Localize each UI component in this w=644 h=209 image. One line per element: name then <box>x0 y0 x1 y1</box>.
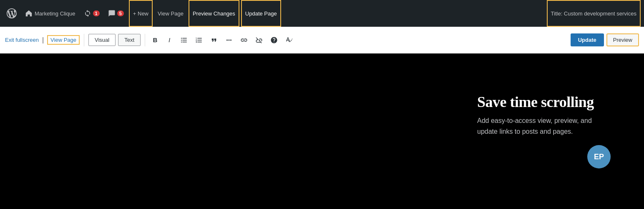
help-icon <box>270 36 278 44</box>
bullet-list-button[interactable] <box>178 34 190 46</box>
visual-tab[interactable]: Visual <box>88 34 116 46</box>
exit-fullscreen-link[interactable]: Exit fullscreen <box>5 37 39 43</box>
italic-button[interactable]: I <box>164 34 175 46</box>
blockquote-button[interactable] <box>208 34 220 46</box>
admin-bar: Marketing Clique 1 5 + New View Page Pre… <box>0 0 644 27</box>
preview-changes-item[interactable]: Preview Changes <box>189 0 239 27</box>
page-title-item: Title: Custom development services <box>547 0 641 27</box>
admin-bar-view-page-label: View Page <box>158 10 184 17</box>
avatar: EP <box>587 145 611 168</box>
editor-view-page-link[interactable]: View Page <box>47 35 80 45</box>
toolbar-divider-1 <box>84 34 84 46</box>
help-button[interactable] <box>268 34 280 46</box>
editor-toolbar: Exit fullscreen | View Page Visual Text … <box>0 27 644 54</box>
bold-icon: B <box>153 36 158 43</box>
toolbar-divider-2 <box>145 34 145 46</box>
text-tab[interactable]: Text <box>118 34 141 46</box>
updates-badge: 1 <box>84 10 100 17</box>
unlink-icon <box>255 36 263 44</box>
updates-item[interactable]: 1 <box>80 0 103 27</box>
spellcheck-icon <box>285 36 293 44</box>
comments-count: 5 <box>117 10 124 16</box>
main-content: Save time scrolling Add easy-to-access v… <box>0 54 644 209</box>
format-icon <box>225 36 233 44</box>
bullet-list-icon <box>180 36 188 44</box>
admin-bar-view-page[interactable]: View Page <box>154 0 187 27</box>
updates-count: 1 <box>93 10 100 16</box>
tooltip-heading: Save time scrolling <box>477 94 594 111</box>
update-button[interactable]: Update <box>571 33 604 46</box>
wp-logo[interactable] <box>3 5 20 22</box>
page-title-label: Title: Custom development services <box>551 10 636 17</box>
tooltip-card: Save time scrolling Add easy-to-access v… <box>477 94 611 169</box>
preview-button[interactable]: Preview <box>606 33 639 46</box>
new-label: + New <box>133 10 148 17</box>
numbered-list-icon <box>195 36 203 44</box>
update-page-label: Update Page <box>245 10 277 17</box>
italic-icon: I <box>169 36 170 43</box>
preview-changes-label: Preview Changes <box>193 10 235 17</box>
link-icon <box>240 36 248 44</box>
spellcheck-button[interactable] <box>283 34 295 46</box>
site-name-link[interactable]: Marketing Clique <box>22 0 79 27</box>
format-button[interactable] <box>223 34 235 46</box>
update-page-item[interactable]: Update Page <box>241 0 281 27</box>
separator-pipe: | <box>42 36 44 44</box>
link-button[interactable] <box>238 34 250 46</box>
numbered-list-button[interactable] <box>193 34 205 46</box>
unlink-button[interactable] <box>253 34 265 46</box>
new-item[interactable]: + New <box>129 0 153 27</box>
tooltip-body: Add easy-to-access view, preview, and up… <box>477 115 611 137</box>
bold-button[interactable]: B <box>149 34 161 46</box>
comments-item[interactable]: 5 <box>105 0 127 27</box>
blockquote-icon <box>210 36 218 44</box>
site-name: Marketing Clique <box>35 10 75 17</box>
